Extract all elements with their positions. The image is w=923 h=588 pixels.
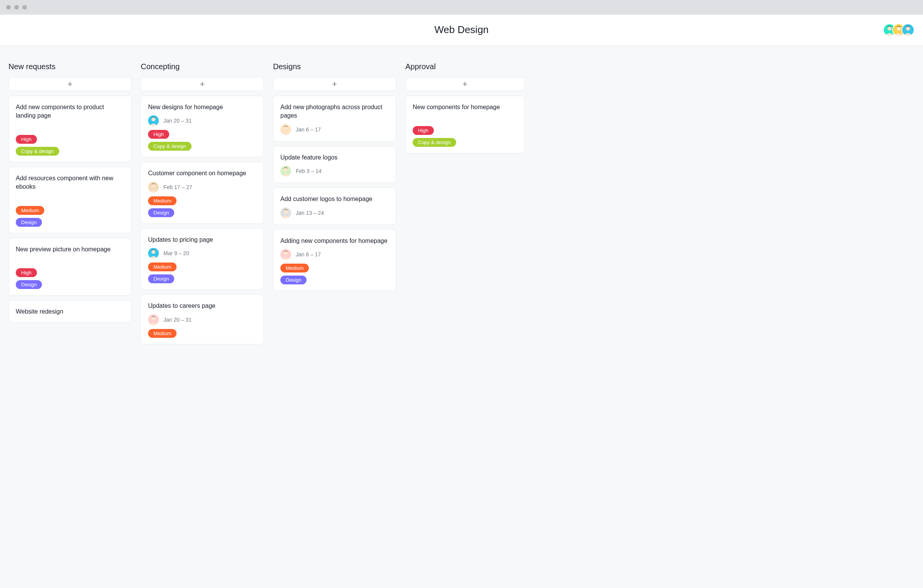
assignee-avatar[interactable] (280, 208, 291, 218)
task-card[interactable]: Add new photographs across product pages… (273, 96, 396, 141)
task-title: Adding new components for homepage (280, 237, 389, 245)
task-title: Add resources component with new ebooks (16, 174, 124, 191)
task-card[interactable]: Updates to pricing pageMar 9 – 20MediumD… (141, 228, 264, 290)
task-meta: Feb 17 – 27 (148, 182, 257, 193)
svg-point-7 (152, 118, 155, 121)
tag-design[interactable]: Design (148, 274, 174, 283)
svg-point-15 (284, 126, 288, 130)
task-date-range: Jan 6 – 17 (296, 126, 321, 133)
task-card[interactable]: Customer component on homepageFeb 17 – 2… (141, 162, 264, 223)
plus-icon: + (200, 80, 205, 88)
traffic-light-close[interactable] (6, 5, 11, 10)
task-meta: Jan 13 – 24 (280, 208, 389, 218)
task-card[interactable]: New components for homepageHighCopy & de… (405, 96, 525, 153)
tag-copy-design[interactable]: Copy & design (16, 147, 59, 156)
tag-high[interactable]: High (16, 135, 37, 144)
project-header: Web Design (0, 15, 923, 45)
svg-point-5 (906, 27, 910, 31)
tag-design[interactable]: Design (16, 218, 42, 227)
task-title: Updates to careers page (148, 302, 257, 310)
task-title: New designs for homepage (148, 103, 257, 111)
svg-point-11 (152, 250, 155, 254)
task-card[interactable]: Website redesign (8, 300, 132, 322)
card-spacer (16, 124, 124, 131)
task-title: Add customer logos to homepage (280, 195, 389, 203)
task-card[interactable]: New designs for homepageJan 20 – 31HighC… (141, 96, 264, 157)
assignee-avatar[interactable] (148, 314, 159, 325)
tag-medium[interactable]: Medium (280, 264, 309, 272)
task-card[interactable]: Update feature logosFeb 3 – 14 (273, 146, 396, 183)
svg-point-1 (888, 27, 892, 31)
tag-copy-design[interactable]: Copy & design (148, 142, 192, 151)
tag-copy-design[interactable]: Copy & design (413, 138, 456, 147)
tag-high[interactable]: High (413, 126, 434, 135)
svg-point-19 (284, 209, 288, 213)
kanban-board: New requests+Add new components to produ… (0, 45, 923, 588)
assignee-avatar[interactable] (280, 166, 291, 176)
member-avatar[interactable] (901, 23, 915, 37)
assignee-avatar[interactable] (148, 248, 159, 259)
task-tags: MediumDesign (148, 196, 257, 217)
task-tags: HighDesign (16, 268, 124, 289)
task-card[interactable]: Updates to careers pageJan 20 – 31Medium (141, 294, 264, 344)
add-card-button[interactable]: + (405, 77, 525, 91)
add-card-button[interactable]: + (141, 77, 264, 91)
task-card[interactable]: Add resources component with new ebooksM… (8, 167, 132, 233)
task-card[interactable]: New preview picture on homepageHighDesig… (8, 238, 132, 296)
task-tags: MediumDesign (148, 262, 257, 283)
task-card[interactable]: Add customer logos to homepageJan 13 – 2… (273, 188, 396, 224)
assignee-avatar[interactable] (148, 182, 159, 193)
task-tags: MediumDesign (280, 264, 389, 284)
task-title: Add new photographs across product pages (280, 103, 389, 120)
task-meta: Jan 6 – 17 (280, 249, 389, 260)
card-spacer (16, 195, 124, 202)
task-date-range: Jan 13 – 24 (296, 210, 324, 216)
tag-high[interactable]: High (16, 268, 37, 277)
task-title: New preview picture on homepage (16, 245, 124, 254)
board-column: Approval+New components for homepageHigh… (405, 62, 525, 153)
board-column: Designs+Add new photographs across produ… (273, 62, 396, 291)
task-title: Website redesign (16, 307, 124, 316)
task-tags: Medium (148, 329, 257, 338)
board-column: New requests+Add new components to produ… (8, 62, 132, 322)
tag-design[interactable]: Design (16, 280, 42, 289)
traffic-light-zoom[interactable] (22, 5, 27, 10)
plus-icon: + (332, 80, 337, 88)
tag-medium[interactable]: Medium (16, 206, 44, 215)
task-title: Customer component on homepage (148, 169, 257, 178)
column-title: New requests (8, 62, 132, 71)
task-date-range: Jan 6 – 17 (296, 251, 321, 257)
tag-medium[interactable]: Medium (148, 329, 177, 338)
traffic-light-minimize[interactable] (14, 5, 19, 10)
add-card-button[interactable]: + (8, 77, 132, 91)
task-meta: Jan 6 – 17 (280, 124, 389, 135)
task-card[interactable]: Add new components to product landing pa… (8, 96, 132, 162)
svg-point-17 (284, 168, 288, 172)
plus-icon: + (68, 80, 73, 88)
tag-design[interactable]: Design (148, 208, 174, 217)
task-meta: Jan 20 – 31 (148, 314, 257, 325)
column-title: Concepting (141, 62, 264, 71)
svg-point-21 (284, 251, 288, 255)
task-meta: Feb 3 – 14 (280, 166, 389, 176)
task-date-range: Feb 17 – 27 (163, 184, 192, 190)
add-card-button[interactable]: + (273, 77, 396, 91)
assignee-avatar[interactable] (280, 249, 291, 260)
board-column: Concepting+New designs for homepageJan 2… (141, 62, 264, 344)
task-meta: Jan 20 – 31 (148, 115, 257, 126)
assignee-avatar[interactable] (280, 124, 291, 135)
column-title: Approval (405, 62, 525, 71)
tag-design[interactable]: Design (280, 276, 307, 284)
column-title: Designs (273, 62, 396, 71)
task-title: Add new components to product landing pa… (16, 103, 124, 120)
tag-medium[interactable]: Medium (148, 262, 177, 271)
tag-medium[interactable]: Medium (148, 196, 177, 205)
task-tags: HighCopy & design (16, 135, 124, 156)
tag-high[interactable]: High (148, 130, 169, 139)
task-title: New components for homepage (413, 103, 517, 111)
task-card[interactable]: Adding new components for homepageJan 6 … (273, 229, 396, 291)
member-avatars (887, 23, 915, 37)
assignee-avatar[interactable] (148, 115, 159, 126)
task-date-range: Jan 20 – 31 (163, 118, 192, 124)
task-tags: MediumDesign (16, 206, 124, 227)
